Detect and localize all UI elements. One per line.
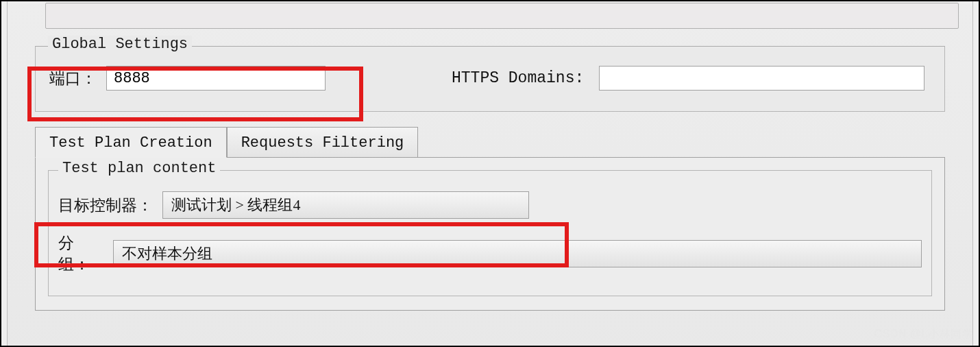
global-settings-legend: Global Settings (48, 36, 192, 53)
port-label: 端口： (49, 68, 97, 89)
https-domains-input[interactable] (599, 66, 924, 91)
test-plan-content-fieldset: Test plan content 目标控制器： 测试计划 > 线程组4 分组：… (48, 170, 932, 296)
port-input[interactable] (106, 66, 326, 91)
tab-test-plan-creation[interactable]: Test Plan Creation (35, 127, 227, 158)
tab-body: Test plan content 目标控制器： 测试计划 > 线程组4 分组：… (35, 157, 945, 311)
tab-label: Requests Filtering (241, 134, 404, 152)
https-domains-label: HTTPS Domains: (452, 69, 584, 87)
target-controller-value: 测试计划 > 线程组4 (171, 195, 300, 215)
tab-label: Test Plan Creation (49, 134, 212, 152)
grouping-label: 分组： (58, 232, 103, 275)
target-controller-label: 目标控制器： (58, 195, 153, 216)
main-panel: Global Settings 端口： HTTPS Domains: Test … (7, 1, 973, 347)
cropped-toolbar-fragment (45, 3, 959, 29)
test-plan-content-legend: Test plan content (58, 160, 220, 177)
global-settings-fieldset: Global Settings 端口： HTTPS Domains: (35, 46, 945, 112)
watermark: CSDN @L小林同学 (874, 327, 973, 342)
grouping-dropdown[interactable]: 不对样本分组 (113, 240, 922, 267)
tab-row: Test Plan Creation Requests Filtering (35, 127, 945, 157)
grouping-value: 不对样本分组 (122, 243, 212, 264)
tab-requests-filtering[interactable]: Requests Filtering (227, 127, 419, 157)
target-controller-dropdown[interactable]: 测试计划 > 线程组4 (162, 191, 529, 219)
tabs-container: Test Plan Creation Requests Filtering Te… (35, 127, 945, 311)
